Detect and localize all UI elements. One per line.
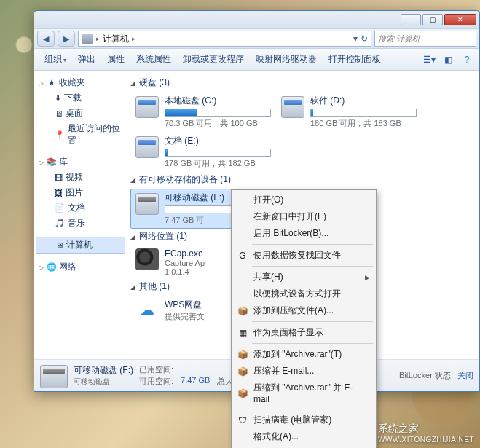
context-menu-item[interactable]: 📦压缩并 E-mail...: [233, 363, 374, 380]
chevron-right-icon: ▸: [96, 35, 100, 42]
drive-item[interactable]: 本地磁盘 (C:)70.3 GB 可用，共 100 GB: [130, 92, 276, 132]
sidebar-group-收藏夹[interactable]: ▷★收藏夹: [34, 75, 127, 90]
sidebar: ▷★收藏夹⬇下载🖥桌面📍最近访问的位置▷📚库🎞视频🖼图片📄文档🎵音乐🖥计算机▷🌐…: [34, 71, 127, 359]
drive-icon: [135, 136, 159, 158]
search-input[interactable]: 搜索 计算机: [374, 31, 476, 47]
maximize-button[interactable]: ▢: [422, 14, 443, 25]
view-icon[interactable]: ☰▾: [421, 52, 437, 68]
context-menu-separator: [252, 244, 373, 245]
context-menu-item[interactable]: 📦添加到 "Archive.rar"(T): [233, 346, 374, 363]
sidebar-item[interactable]: 🖼图片: [34, 185, 127, 200]
toolbar-control-panel[interactable]: 打开控制面板: [323, 51, 387, 68]
camera-icon: [135, 248, 159, 270]
forward-button[interactable]: ▶: [58, 31, 75, 47]
sidebar-item[interactable]: 🖥桌面: [34, 106, 127, 121]
explorer-window: – ▢ ✕ ◀ ▶ ▸ 计算机 ▸ ▾ ↻ 搜索 计算机 组织 弹出 属性 系统…: [34, 10, 480, 392]
drive-icon: [135, 96, 159, 118]
toolbar-uninstall[interactable]: 卸载或更改程序: [177, 51, 250, 68]
context-menu-separator: [252, 409, 373, 409]
refresh-icon[interactable]: ↻: [361, 34, 368, 44]
sidebar-group-网络[interactable]: ▷🌐网络: [34, 259, 127, 275]
watermark-url: WWW.XITONGZHIJIA.NET: [378, 436, 474, 444]
context-menu-item[interactable]: 📦压缩到 "Archive.rar" 并 E-mail: [233, 380, 374, 406]
chevron-right-icon[interactable]: ▸: [132, 35, 135, 42]
close-button[interactable]: ✕: [444, 14, 476, 25]
cloud-icon: ☁: [135, 299, 159, 321]
status-drive-type: 可移动磁盘: [74, 377, 133, 387]
context-menu-item[interactable]: 弹出(J): [233, 445, 374, 448]
toolbar: 组织 弹出 属性 系统属性 卸载或更改程序 映射网络驱动器 打开控制面板 ☰▾ …: [34, 49, 479, 71]
watermark-name: 系统之家: [378, 423, 474, 436]
sidebar-item[interactable]: 🎞视频: [34, 170, 127, 185]
address-bar: ◀ ▶ ▸ 计算机 ▸ ▾ ↻ 搜索 计算机: [34, 28, 479, 49]
sidebar-item[interactable]: 📄文档: [34, 200, 127, 216]
context-menu-item[interactable]: 🛡扫描病毒 (电脑管家): [233, 412, 374, 428]
preview-pane-icon[interactable]: ◧: [440, 52, 456, 68]
status-bitlocker-value: 关闭: [457, 370, 473, 381]
sidebar-item[interactable]: 📍最近访问的位置: [34, 121, 127, 149]
titlebar: – ▢ ✕: [34, 11, 479, 28]
context-menu-item[interactable]: 在新窗口中打开(E): [233, 208, 374, 225]
back-button[interactable]: ◀: [37, 31, 55, 47]
toolbar-map-drive[interactable]: 映射网络驱动器: [250, 51, 323, 68]
toolbar-organize[interactable]: 组织: [39, 51, 72, 68]
breadcrumb-item[interactable]: 计算机: [103, 33, 129, 45]
toolbar-system-properties[interactable]: 系统属性: [130, 51, 177, 68]
drive-icon: [281, 96, 304, 118]
context-menu-separator: [252, 321, 373, 322]
drive-item[interactable]: 软件 (D:)180 GB 可用，共 183 GB: [276, 92, 422, 132]
sidebar-group-库[interactable]: ▷📚库: [34, 154, 127, 170]
status-drive-name: 可移动磁盘 (F:): [74, 364, 133, 377]
category-header[interactable]: ◢有可移动存储的设备 (1): [130, 172, 476, 189]
context-menu-item[interactable]: 打开(O): [233, 192, 374, 208]
toolbar-properties[interactable]: 属性: [101, 51, 130, 68]
context-menu-item[interactable]: 共享(H)▶: [233, 269, 374, 286]
drive-icon: [135, 193, 159, 215]
computer-icon: [82, 34, 93, 44]
help-icon[interactable]: ?: [459, 52, 475, 68]
dropdown-icon[interactable]: ▾: [353, 34, 358, 44]
breadcrumb[interactable]: ▸ 计算机 ▸ ▾ ↻: [78, 31, 371, 47]
context-menu-item[interactable]: 以便携式设备方式打开: [233, 286, 374, 302]
context-menu-separator: [252, 266, 373, 267]
context-menu-item[interactable]: 格式化(A)...: [233, 428, 374, 445]
sidebar-item[interactable]: 🎵音乐: [34, 216, 127, 231]
category-header[interactable]: ◢硬盘 (3): [130, 75, 476, 92]
context-menu-item[interactable]: ▦作为桌面格子显示: [233, 324, 374, 341]
status-bitlocker-label: BitLocker 状态:: [399, 370, 453, 381]
minimize-button[interactable]: –: [401, 14, 421, 25]
sidebar-item-computer[interactable]: 🖥计算机: [36, 237, 125, 254]
context-menu: 打开(O)在新窗口中打开(E)启用 BitLocker(B)...G使用数据恢复…: [231, 189, 377, 448]
context-menu-item[interactable]: 📦添加到压缩文件(A)...: [233, 302, 374, 319]
context-menu-item[interactable]: G使用数据恢复找回文件: [233, 247, 374, 264]
context-menu-item[interactable]: 启用 BitLocker(B)...: [233, 225, 374, 242]
drive-item[interactable]: 文档 (E:)178 GB 可用，共 182 GB: [130, 132, 276, 172]
drive-icon: [40, 365, 68, 388]
sidebar-item[interactable]: ⬇下载: [34, 90, 127, 106]
toolbar-eject[interactable]: 弹出: [72, 51, 101, 68]
context-menu-separator: [252, 343, 373, 344]
